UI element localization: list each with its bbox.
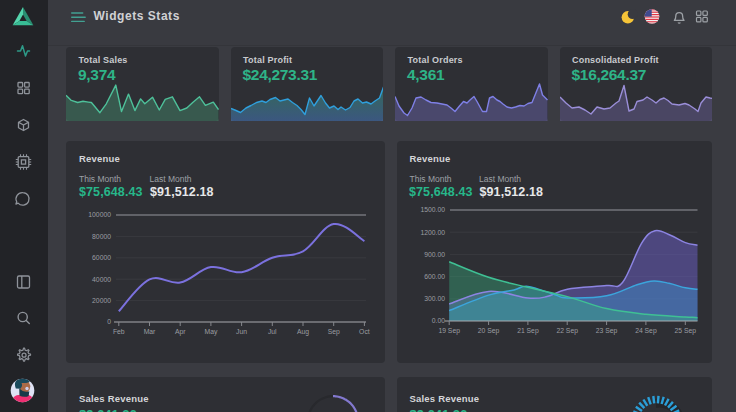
svg-text:1200.00: 1200.00	[420, 229, 445, 236]
svg-text:Aug: Aug	[297, 328, 309, 336]
svg-text:Sep: Sep	[328, 328, 340, 336]
svg-text:Jul: Jul	[268, 328, 277, 335]
svg-text:600.00: 600.00	[424, 273, 445, 280]
svg-text:300.00: 300.00	[424, 295, 445, 302]
svg-text:80000: 80000	[92, 233, 111, 240]
svg-text:Jun: Jun	[236, 328, 247, 335]
svg-text:23 Sep: 23 Sep	[595, 327, 617, 335]
svg-text:24 Sep: 24 Sep	[635, 327, 657, 335]
svg-text:Mar: Mar	[144, 328, 156, 335]
svg-text:20000: 20000	[92, 297, 111, 304]
svg-text:21 Sep: 21 Sep	[517, 327, 539, 335]
svg-text:19 Sep: 19 Sep	[438, 327, 460, 335]
svg-text:25 Sep: 25 Sep	[674, 327, 696, 335]
svg-text:22 Sep: 22 Sep	[556, 327, 578, 335]
svg-text:100000: 100000	[88, 211, 111, 218]
svg-text:May: May	[204, 328, 217, 336]
svg-text:900.00: 900.00	[424, 251, 445, 258]
svg-text:40000: 40000	[92, 276, 111, 283]
svg-text:20 Sep: 20 Sep	[477, 327, 499, 335]
svg-text:0.00: 0.00	[431, 317, 444, 324]
svg-text:1500.00: 1500.00	[420, 206, 445, 213]
svg-text:60000: 60000	[92, 254, 111, 261]
svg-text:Oct: Oct	[359, 328, 370, 335]
svg-text:0: 0	[107, 318, 111, 325]
svg-text:Feb: Feb	[113, 328, 125, 335]
svg-text:Apr: Apr	[175, 328, 186, 336]
